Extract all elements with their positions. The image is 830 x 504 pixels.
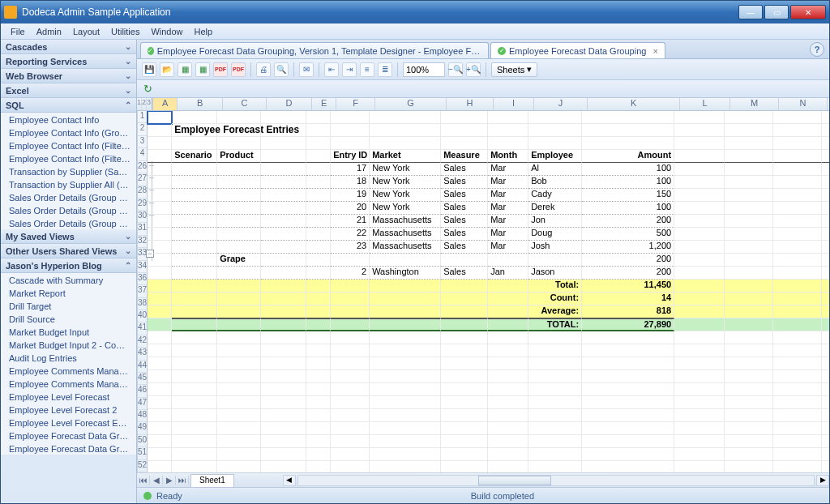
sheet-nav-prev[interactable]: ◀ <box>150 476 163 485</box>
sidebar-item[interactable]: Employee Forecast Data Grouping <box>1 429 136 442</box>
sidebar-item[interactable]: Transaction by Supplier All (Sample... <box>1 177 136 190</box>
column-header[interactable]: J <box>534 98 588 110</box>
outline-level-3[interactable]: 3 <box>147 98 152 110</box>
column-header[interactable]: I <box>494 98 534 110</box>
hscroll-thumb[interactable] <box>478 476 551 485</box>
pdf-open-icon[interactable]: PDF <box>231 62 246 77</box>
row-header[interactable]: 29 <box>138 199 147 211</box>
row-header[interactable]: 30 <box>138 211 147 223</box>
row-header[interactable]: 38 <box>138 298 147 310</box>
tab-template-designer[interactable]: ✓ Employee Forecast Data Grouping, Versi… <box>140 42 489 58</box>
sidebar-item[interactable]: Employee Contact Info <box>1 113 136 126</box>
close-button[interactable]: ✕ <box>790 5 826 19</box>
print-preview-icon[interactable]: 🔍 <box>274 62 289 77</box>
sidebar-item[interactable]: Employee Level Forecast <box>1 390 136 403</box>
sheet-nav-next[interactable]: ▶ <box>163 476 176 485</box>
sidebar-item[interactable]: Employee Forecast Data Grouping 2 <box>1 442 136 455</box>
column-header[interactable]: A <box>153 98 178 110</box>
row-header[interactable]: 50 <box>138 435 147 447</box>
column-header[interactable]: B <box>178 98 223 110</box>
sidebar-mysaved[interactable]: My Saved Views⌄ <box>1 229 136 244</box>
outdent-icon[interactable]: ⇤ <box>324 62 339 77</box>
sidebar-item[interactable]: Employee Level Forecast Entries <box>1 416 136 429</box>
column-header[interactable]: E <box>312 98 336 110</box>
save-icon[interactable]: 💾 <box>142 62 156 77</box>
row-header[interactable]: 34 <box>138 261 147 273</box>
sidebar-item[interactable]: Drill Target <box>1 299 136 312</box>
row-header[interactable]: 43 <box>138 348 147 360</box>
sidebar-item[interactable]: Employee Comments Management <box>1 377 136 390</box>
menu-window[interactable]: Window <box>146 26 187 37</box>
sidebar-item[interactable]: Employee Contact Info (Filtered by:... <box>1 139 136 152</box>
row-header[interactable]: 42 <box>138 335 147 348</box>
maximize-button[interactable]: ▭ <box>764 5 789 19</box>
column-header[interactable]: D <box>267 98 312 110</box>
menu-help[interactable]: Help <box>190 26 218 37</box>
sidebar-item[interactable]: Employee Contact Info (Filtered by:... <box>1 152 136 164</box>
sidebar-item[interactable]: Employee Comments Management... <box>1 364 136 377</box>
column-header[interactable]: M <box>730 98 779 110</box>
help-button[interactable]: ? <box>810 42 824 57</box>
row-header[interactable]: 2 <box>138 123 147 135</box>
row-header[interactable]: 47 <box>138 398 147 410</box>
row-header[interactable]: 27 <box>138 173 147 186</box>
sidebar-item[interactable]: Sales Order Details (Group by Prod... <box>1 216 136 229</box>
row-header[interactable]: 52 <box>138 460 147 472</box>
redo-icon[interactable]: ↻ <box>143 83 156 96</box>
sidebar-cascades[interactable]: Cascades⌄ <box>1 40 136 54</box>
sheet-nav-first[interactable]: ⏮ <box>137 476 150 485</box>
align2-icon[interactable]: ≣ <box>378 62 392 77</box>
column-header[interactable]: C <box>223 98 267 110</box>
grid-cells[interactable]: Employee Forecast EntriesScenarioProduct… <box>148 111 829 472</box>
sidebar-item[interactable]: Employee Level Forecast 2 <box>1 403 136 416</box>
sidebar-item[interactable]: Drill Source <box>1 312 136 325</box>
print-icon[interactable]: 🖨 <box>256 62 271 77</box>
row-header[interactable]: 3 <box>138 136 147 148</box>
sidebar-sql[interactable]: SQL⌃ <box>1 98 136 113</box>
sheets-dropdown[interactable]: Sheets▾ <box>491 62 537 77</box>
sidebar-reporting[interactable]: Reporting Services⌄ <box>1 54 136 69</box>
sidebar-jasonblog[interactable]: Jason's Hyperion Blog⌃ <box>1 258 136 273</box>
sidebar-item[interactable]: Market Budget Input <box>1 325 136 338</box>
row-header[interactable]: 49 <box>138 422 147 434</box>
tab-forecast-grouping[interactable]: ✓ Employee Forecast Data Grouping × <box>490 42 665 58</box>
hscroll-track[interactable] <box>297 475 815 486</box>
column-header[interactable]: N <box>779 98 828 110</box>
hscroll-right[interactable]: ▶ <box>816 475 829 486</box>
sidebar-excel[interactable]: Excel⌄ <box>1 83 136 98</box>
column-header[interactable]: G <box>375 98 447 110</box>
hscroll-left[interactable]: ◀ <box>283 475 296 486</box>
excel-export-icon[interactable]: ▦ <box>178 62 192 77</box>
sidebar-item[interactable]: Transaction by Supplier (Sample Ba... <box>1 164 136 177</box>
indent-icon[interactable]: ⇥ <box>342 62 357 77</box>
row-header[interactable]: 4 <box>138 148 147 160</box>
email-icon[interactable]: ✉ <box>299 62 314 77</box>
sidebar-item[interactable]: Cascade with Summary <box>1 273 136 286</box>
minimize-button[interactable]: — <box>738 5 763 19</box>
close-icon[interactable]: × <box>652 46 657 56</box>
sidebar-item[interactable]: Market Report <box>1 286 136 299</box>
menu-admin[interactable]: Admin <box>32 26 66 37</box>
column-header[interactable]: K <box>588 98 680 110</box>
row-header[interactable]: 28 <box>138 186 147 198</box>
row-header[interactable]: 26 <box>138 161 147 173</box>
row-header[interactable]: 48 <box>138 410 147 422</box>
pdf-icon[interactable]: PDF <box>213 62 228 77</box>
column-header[interactable]: F <box>336 98 375 110</box>
row-header[interactable]: 40 <box>138 310 147 322</box>
menu-layout[interactable]: Layout <box>68 26 105 37</box>
sidebar-othershared[interactable]: Other Users Shared Views⌄ <box>1 244 136 258</box>
row-header[interactable]: 36 <box>138 273 147 285</box>
row-header[interactable]: 31 <box>138 223 147 235</box>
row-header[interactable]: 51 <box>138 447 147 459</box>
sheet-tab[interactable]: Sheet1 <box>190 474 234 487</box>
row-header[interactable]: 1 <box>138 111 147 123</box>
align-icon[interactable]: ≡ <box>360 62 374 77</box>
column-header[interactable]: H <box>447 98 494 110</box>
open-icon[interactable]: 📂 <box>160 62 174 77</box>
sidebar-item[interactable]: Sales Order Details (Group by Prod... <box>1 190 136 203</box>
sidebar-item[interactable]: Market Budget Input 2 - Comments <box>1 338 136 351</box>
sheet-nav-last[interactable]: ⏭ <box>176 476 189 485</box>
row-header[interactable]: 41 <box>138 322 147 335</box>
zoom-in-icon[interactable]: +🔍 <box>466 62 481 77</box>
